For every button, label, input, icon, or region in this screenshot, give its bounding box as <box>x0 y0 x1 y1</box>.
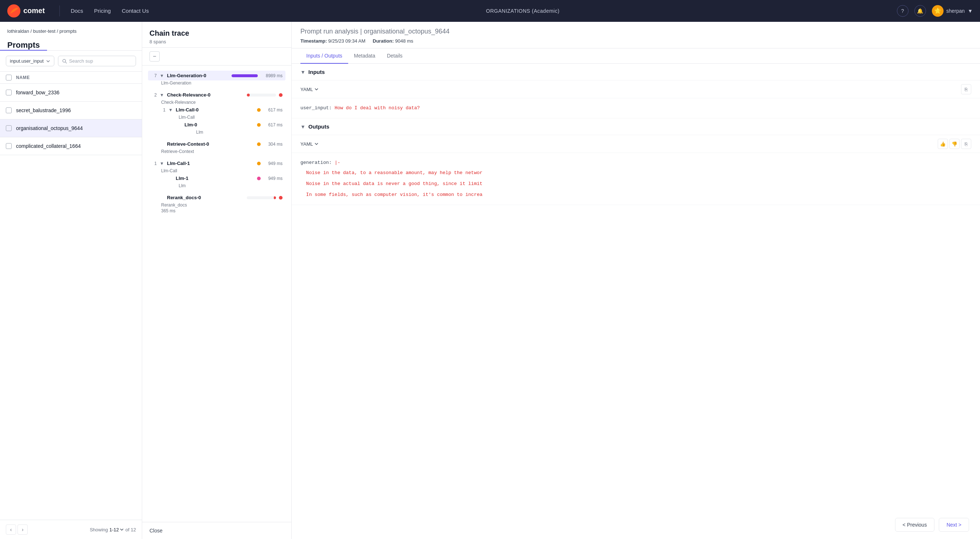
search-box[interactable]: Search sup <box>58 56 136 66</box>
sidebar-title-wrapper: Prompts <box>0 38 142 51</box>
breadcrumb: lothiraldan / buster-test / prompts <box>0 22 142 38</box>
span-bar-area: 617 ms <box>235 122 283 127</box>
input-code-key: user_input: <box>301 105 335 111</box>
analysis-meta: Timestamp: 9/25/23 09:34 AM Duration: 90… <box>301 38 971 44</box>
filter-select-value: input.user_input <box>10 58 44 64</box>
span-bar <box>274 196 276 199</box>
span-name: Llm-Generation-0 <box>167 73 223 78</box>
span-item-llm-call-1: 1 ▼ Llm-Call-1 949 ms Llm-Call Llm-1 <box>142 156 291 190</box>
help-button[interactable]: ? <box>897 5 908 17</box>
span-sub-row[interactable]: 1 ▼ Llm-Call-0 617 ms <box>157 105 285 115</box>
user-avatar: 🌟 <box>932 5 943 17</box>
span-bar-area: 949 ms <box>226 161 283 166</box>
sidebar-title: Prompts <box>0 38 47 51</box>
span-row[interactable]: Retrieve-Context-0 304 ms <box>148 139 285 149</box>
prev-page-button[interactable]: ‹ <box>6 525 16 535</box>
inputs-format-select[interactable]: YAML <box>301 87 319 92</box>
prompt-row[interactable]: forward_bow_2336 <box>0 84 142 101</box>
span-type: Llm-Call <box>157 115 285 120</box>
span-row[interactable]: 1 ▼ Llm-Call-1 949 ms <box>148 159 285 168</box>
outputs-section-header[interactable]: ▼ Outputs <box>292 118 980 135</box>
span-time: 617 ms <box>264 108 283 113</box>
span-dot <box>257 108 261 112</box>
span-row[interactable]: 2 ▼ Check-Relevance-0 <box>148 90 285 100</box>
inputs-section-title: Inputs <box>309 69 325 75</box>
generation-line-3: In some fields, such as computer vision,… <box>301 191 971 199</box>
showing-range: 1-12 <box>110 527 124 533</box>
nav-contact[interactable]: Contact Us <box>122 8 149 14</box>
prompt-checkbox-1[interactable] <box>6 90 12 95</box>
span-chevron-icon: ▼ <box>169 108 173 113</box>
span-row[interactable]: 7 ▼ Llm-Generation-0 8989 ms <box>148 71 285 81</box>
input-code-value: How do I deal with noisy data? <box>335 105 420 111</box>
chain-footer: Close <box>142 522 291 539</box>
span-row[interactable]: Rerank_docs-0 <box>148 193 285 203</box>
outputs-copy-button[interactable]: ⎘ <box>961 139 971 149</box>
prompt-row[interactable]: secret_balustrade_1996 <box>0 101 142 119</box>
timestamp-label: Timestamp: 9/25/23 09:34 AM <box>301 38 365 44</box>
tab-metadata[interactable]: Metadata <box>348 48 381 64</box>
span-time: 617 ms <box>264 122 283 127</box>
user-chevron-icon: ▼ <box>967 8 973 14</box>
inputs-section-header[interactable]: ▼ Inputs <box>292 64 980 81</box>
span-sub-row[interactable]: Llm-0 617 ms <box>165 120 285 130</box>
yaml-chevron-icon-2 <box>314 142 319 146</box>
yaml-chevron-icon <box>314 87 319 91</box>
span-dot <box>279 196 283 200</box>
filter-select[interactable]: input.user_input <box>6 56 54 66</box>
logo[interactable]: comet <box>7 4 45 17</box>
nav-pricing[interactable]: Pricing <box>94 8 111 14</box>
span-type: Rerank_docs <box>148 203 285 208</box>
span-dot <box>257 177 261 180</box>
generation-line-2: Noise in the actual data is never a good… <box>301 180 971 188</box>
svg-line-2 <box>65 62 67 63</box>
inputs-yaml-toolbar: YAML ⎘ <box>292 81 980 98</box>
span-bar-container <box>232 74 261 77</box>
next-button[interactable]: Next > <box>939 518 969 532</box>
inputs-copy-button[interactable]: ⎘ <box>961 84 971 94</box>
span-children: 1 ▼ Llm-Call-0 617 ms Llm-Call <box>148 105 285 135</box>
next-page-button[interactable]: › <box>18 525 28 535</box>
select-all-checkbox[interactable] <box>6 75 12 81</box>
tab-inputs-outputs[interactable]: Inputs / Outputs <box>301 48 348 64</box>
collapse-button[interactable]: − <box>150 51 160 62</box>
notifications-button[interactable]: 🔔 <box>915 5 926 17</box>
span-name: Llm-Call-1 <box>167 161 223 166</box>
generation-key-line: generation: |- <box>301 159 971 167</box>
span-type: Check-Relevance <box>148 100 285 105</box>
prompt-checkbox-3[interactable] <box>6 125 12 131</box>
span-name: Retrieve-Context-0 <box>167 141 223 147</box>
thumbs-down-button[interactable]: 👎 <box>950 139 959 149</box>
inputs-chevron-icon: ▼ <box>301 69 305 75</box>
prompt-row[interactable]: complicated_collateral_1664 <box>0 137 142 155</box>
span-item-check-relevance-0: 2 ▼ Check-Relevance-0 Check-Relevance 1 <box>142 88 291 137</box>
span-type: Llm <box>157 183 285 188</box>
svg-point-1 <box>63 59 65 62</box>
span-dot <box>257 162 261 165</box>
tab-details[interactable]: Details <box>381 48 408 64</box>
span-bar <box>232 74 258 77</box>
span-sub-row[interactable]: Llm-1 949 ms <box>157 173 285 183</box>
sidebar: lothiraldan / buster-test / prompts Prom… <box>0 22 142 539</box>
chain-spans-count: 8 spans <box>150 39 284 44</box>
span-number: 1 <box>160 108 165 113</box>
prompt-row-active[interactable]: organisational_octopus_9644 <box>0 119 142 137</box>
nav-divider <box>59 5 60 16</box>
sidebar-pagination-nav: ‹ › <box>6 525 28 535</box>
span-dot <box>257 143 261 146</box>
span-time: 304 ms <box>264 142 283 147</box>
chain-title: Chain trace <box>150 29 284 38</box>
outputs-format-select[interactable]: YAML <box>301 141 319 147</box>
prompt-checkbox-4[interactable] <box>6 143 12 149</box>
span-item-llm-generation-0: 7 ▼ Llm-Generation-0 8989 ms Llm-Generat… <box>142 68 291 88</box>
user-menu[interactable]: 🌟 sherpan ▼ <box>932 5 973 17</box>
showing-label: Showing 1-12 of 12 <box>90 527 136 533</box>
span-type: Llm-Generation <box>148 81 285 86</box>
prompt-checkbox-2[interactable] <box>6 108 12 113</box>
previous-button[interactable]: < Previous <box>895 518 935 532</box>
thumbs-up-button[interactable]: 👍 <box>938 139 948 149</box>
inputs-code-area: user_input: How do I deal with noisy dat… <box>292 98 980 118</box>
search-placeholder: Search sup <box>69 58 93 64</box>
close-button[interactable]: Close <box>150 528 162 534</box>
nav-docs[interactable]: Docs <box>71 8 83 14</box>
